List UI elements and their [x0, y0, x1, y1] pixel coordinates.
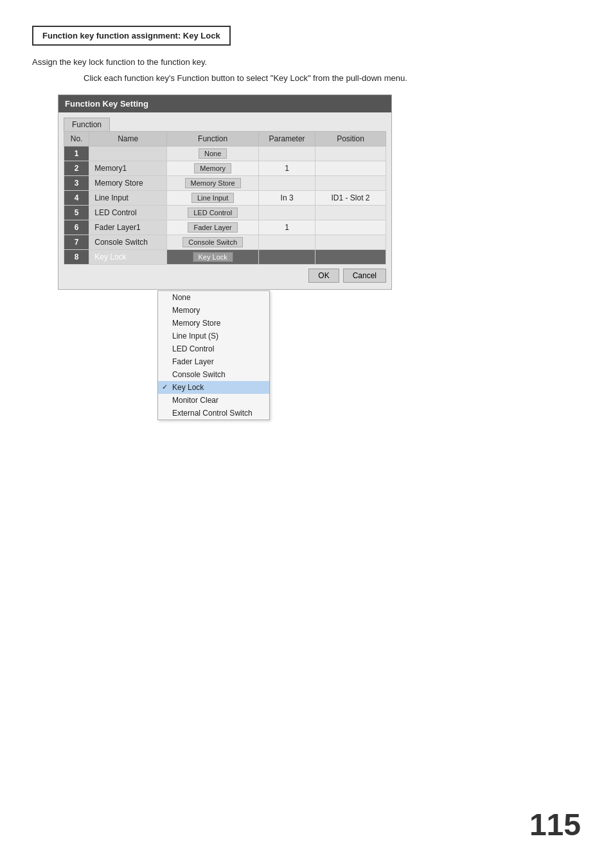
function-button-8[interactable]: Key Lock — [193, 252, 233, 262]
row-position-4: ID1 - Slot 2 — [315, 191, 386, 206]
col-header-no: No. — [64, 132, 89, 146]
page-title: Function key function assignment: Key Lo… — [42, 31, 220, 40]
row-no-2: 2 — [64, 161, 89, 176]
ok-button[interactable]: OK — [308, 269, 339, 283]
table-row: 8Key LockKey Lock — [64, 250, 386, 265]
dropdown-item[interactable]: None — [158, 291, 269, 304]
dropdown-item[interactable]: LED Control — [158, 342, 269, 355]
row-function-8: Key Lock — [167, 250, 259, 265]
row-position-1 — [315, 146, 386, 161]
row-name-7: Console Switch — [89, 235, 167, 250]
row-name-6: Fader Layer1 — [89, 220, 167, 235]
row-function-1: None — [167, 146, 259, 161]
dropdown-item[interactable]: Memory Store — [158, 317, 269, 330]
page-header-box: Function key function assignment: Key Lo… — [32, 26, 231, 46]
dropdown-item[interactable]: Memory — [158, 304, 269, 317]
row-param-8 — [259, 250, 315, 265]
table-row: 3Memory StoreMemory Store — [64, 176, 386, 191]
row-name-4: Line Input — [89, 191, 167, 206]
row-no-4: 4 — [64, 191, 89, 206]
dropdown-item[interactable]: External Control Switch — [158, 407, 269, 420]
table-row: 6Fader Layer1Fader Layer1 — [64, 220, 386, 235]
row-name-5: LED Control — [89, 206, 167, 220]
table-area: No. Name Function Parameter Position 1No… — [58, 131, 391, 265]
dropdown-item[interactable]: Key Lock — [158, 381, 269, 394]
function-button-6[interactable]: Fader Layer — [188, 222, 237, 233]
dropdown-item[interactable]: Line Input (S) — [158, 330, 269, 342]
table-row: 4Line InputLine InputIn 3ID1 - Slot 2 — [64, 191, 386, 206]
row-function-2: Memory — [167, 161, 259, 176]
row-function-3: Memory Store — [167, 176, 259, 191]
row-param-5 — [259, 206, 315, 220]
row-no-1: 1 — [64, 146, 89, 161]
table-row: 2Memory1Memory1 — [64, 161, 386, 176]
row-position-5 — [315, 206, 386, 220]
dialog-footer: OK Cancel — [58, 265, 391, 283]
row-name-8: Key Lock — [89, 250, 167, 265]
function-button-1[interactable]: None — [199, 148, 227, 159]
row-name-3: Memory Store — [89, 176, 167, 191]
dropdown-item[interactable]: Monitor Clear — [158, 394, 269, 407]
page-number: 115 — [529, 807, 581, 842]
function-button-2[interactable]: Memory — [194, 163, 231, 173]
dialog-wrapper: Function Key Setting Function No. Name F… — [58, 94, 392, 290]
row-function-4: Line Input — [167, 191, 259, 206]
row-no-8: 8 — [64, 250, 89, 265]
dropdown-item[interactable]: Console Switch — [158, 368, 269, 381]
function-key-table: No. Name Function Parameter Position 1No… — [64, 131, 386, 265]
function-button-5[interactable]: LED Control — [188, 208, 238, 218]
row-name-1 — [89, 146, 167, 161]
function-button-3[interactable]: Memory Store — [185, 178, 241, 188]
table-row: 5LED ControlLED Control — [64, 206, 386, 220]
table-header-row: No. Name Function Parameter Position — [64, 132, 386, 146]
table-row: 1None — [64, 146, 386, 161]
function-dropdown[interactable]: NoneMemoryMemory StoreLine Input (S)LED … — [157, 290, 270, 420]
function-key-dialog: Function Key Setting Function No. Name F… — [58, 94, 392, 290]
row-function-5: LED Control — [167, 206, 259, 220]
function-tab[interactable]: Function — [64, 118, 110, 131]
table-row: 7Console SwitchConsole Switch — [64, 235, 386, 250]
col-header-position: Position — [315, 132, 386, 146]
row-no-3: 3 — [64, 176, 89, 191]
dropdown-item[interactable]: Fader Layer — [158, 355, 269, 368]
row-no-6: 6 — [64, 220, 89, 235]
col-header-function: Function — [167, 132, 259, 146]
row-position-8 — [315, 250, 386, 265]
sub-text: Click each function key's Function butto… — [84, 73, 581, 83]
row-param-6: 1 — [259, 220, 315, 235]
row-position-3 — [315, 176, 386, 191]
tab-bar: Function — [58, 118, 391, 131]
cancel-button[interactable]: Cancel — [343, 269, 386, 283]
dialog-title: Function Key Setting — [65, 99, 148, 109]
dialog-titlebar: Function Key Setting — [58, 95, 391, 112]
row-no-7: 7 — [64, 235, 89, 250]
row-position-2 — [315, 161, 386, 176]
col-header-name: Name — [89, 132, 167, 146]
intro-text: Assign the key lock function to the func… — [32, 57, 581, 67]
row-function-7: Console Switch — [167, 235, 259, 250]
row-param-2: 1 — [259, 161, 315, 176]
row-position-7 — [315, 235, 386, 250]
row-param-3 — [259, 176, 315, 191]
function-button-4[interactable]: Line Input — [191, 193, 234, 203]
row-position-6 — [315, 220, 386, 235]
row-param-1 — [259, 146, 315, 161]
row-param-4: In 3 — [259, 191, 315, 206]
row-param-7 — [259, 235, 315, 250]
function-button-7[interactable]: Console Switch — [182, 237, 243, 247]
col-header-parameter: Parameter — [259, 132, 315, 146]
row-name-2: Memory1 — [89, 161, 167, 176]
row-function-6: Fader Layer — [167, 220, 259, 235]
row-no-5: 5 — [64, 206, 89, 220]
